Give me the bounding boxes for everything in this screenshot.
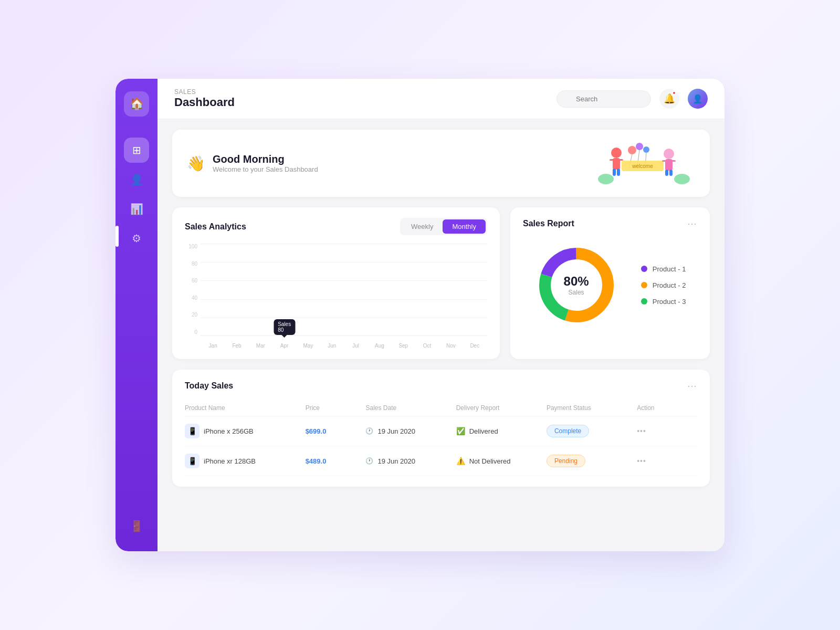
legend-dot-product-3 <box>641 298 647 304</box>
home-icon: 🏠 <box>130 97 144 111</box>
svg-rect-18 <box>665 170 668 176</box>
sales-analytics-title: Sales Analytics <box>185 222 246 232</box>
x-label-may: May <box>298 343 318 349</box>
dashboard-area: 👋 Good Morning Welcome to your Sales Das… <box>158 119 724 551</box>
notifications-button[interactable]: 🔔 <box>659 89 679 109</box>
legend-product-2: Product - 2 <box>641 281 686 289</box>
sales-report-more[interactable]: ⋯ <box>687 218 697 229</box>
row-action-more-1[interactable]: ••• <box>637 457 646 465</box>
charts-row: Sales Analytics Weekly Monthly 100 80 60… <box>172 207 710 359</box>
users-icon: 👤 <box>130 173 143 186</box>
status-badge-complete: Complete <box>547 425 589 437</box>
search-input[interactable] <box>556 90 651 108</box>
x-label-oct: Oct <box>417 343 437 349</box>
product-icon-0: 📱 <box>185 424 200 438</box>
svg-point-0 <box>611 148 622 158</box>
svg-rect-2 <box>610 159 615 161</box>
user-avatar[interactable]: 👤 <box>688 89 708 109</box>
wave-emoji: 👋 <box>187 155 205 172</box>
sidebar-active-indicator <box>116 226 119 247</box>
date-text-0: 19 Jun 2020 <box>377 427 415 435</box>
x-label-aug: Aug <box>369 343 390 349</box>
search-wrapper: 🔍 <box>556 90 651 108</box>
sales-analytics-header: Sales Analytics Weekly Monthly <box>185 218 487 235</box>
col-price: Price <box>306 404 366 412</box>
chart-grid-area: Sales80 <box>201 244 487 336</box>
header: Sales Dashboard 🔍 🔔 👤 <box>158 79 724 119</box>
clock-icon-1: 🕐 <box>365 457 373 465</box>
delivery-text-0: Delivered <box>469 427 498 435</box>
sidebar-item-logout[interactable]: 🚪 <box>124 513 149 539</box>
cell-date-1: 🕐 19 Jun 2020 <box>365 457 456 465</box>
dashboard-icon: ⊞ <box>132 144 141 156</box>
header-right: 🔍 🔔 👤 <box>556 89 708 109</box>
legend-dot-product-1 <box>641 266 647 272</box>
y-label-40: 40 <box>185 295 200 301</box>
main-content: Sales Dashboard 🔍 🔔 👤 <box>158 79 724 551</box>
cell-product-name-0: 📱 iPhone x 256GB <box>185 424 306 438</box>
x-label-mar: Mar <box>250 343 271 349</box>
analytics-icon: 📊 <box>130 203 143 215</box>
col-payment: Payment Status <box>547 404 637 412</box>
not-delivered-icon-1: ⚠️ <box>456 457 465 465</box>
header-subtitle: Sales <box>174 88 235 96</box>
sales-report-header: Sales Report ⋯ <box>523 218 697 229</box>
welcome-title: Good Morning <box>213 153 318 165</box>
product-name-0: iPhone x 256GB <box>204 427 254 435</box>
row-action-more-0[interactable]: ••• <box>637 427 646 435</box>
svg-point-8 <box>643 146 649 153</box>
x-axis-labels: Jan Feb Mar Apr May Jun Jul Aug Sep Oct … <box>201 343 487 349</box>
table-header-row: Product Name Price Sales Date Delivery R… <box>185 400 697 416</box>
logout-icon: 🚪 <box>130 520 143 532</box>
status-badge-pending: Pending <box>547 455 585 467</box>
svg-rect-5 <box>617 169 620 176</box>
bars-container: Sales80 <box>201 244 487 336</box>
cell-product-name-1: 📱 iPhone xr 128GB <box>185 454 306 468</box>
product-name-1: iPhone xr 128GB <box>204 457 256 465</box>
cell-delivery-0: ✅ Delivered <box>456 427 547 435</box>
today-sales-title: Today Sales <box>185 381 233 391</box>
bar-tooltip: Sales80 <box>274 319 295 335</box>
today-sales-more[interactable]: ⋯ <box>687 380 697 392</box>
x-label-feb: Feb <box>226 343 247 349</box>
svg-text:welcome: welcome <box>632 163 653 169</box>
chart-legend: Product - 1 Product - 2 Product - 3 <box>641 265 686 306</box>
cell-price-1: $489.0 <box>306 457 366 465</box>
welcome-text-area: Good Morning Welcome to your Sales Dashb… <box>213 153 318 173</box>
cell-action-1: ••• <box>637 457 697 465</box>
x-label-jul: Jul <box>345 343 366 349</box>
sidebar-item-settings[interactable]: ⚙ <box>124 226 149 251</box>
svg-point-14 <box>664 149 674 159</box>
col-delivery: Delivery Report <box>456 404 547 412</box>
sidebar-logo[interactable]: 🏠 <box>124 91 149 117</box>
product-icon-1: 📱 <box>185 454 200 468</box>
cell-payment-0: Complete <box>547 425 637 437</box>
today-sales-card: Today Sales ⋯ Product Name Price Sales D… <box>172 370 710 487</box>
col-product-name: Product Name <box>185 404 306 412</box>
sidebar-item-analytics[interactable]: 📊 <box>124 196 149 222</box>
welcome-left: 👋 Good Morning Welcome to your Sales Das… <box>187 153 318 173</box>
tab-monthly[interactable]: Monthly <box>443 219 486 234</box>
y-label-60: 60 <box>185 278 200 284</box>
page-title: Dashboard <box>174 96 235 109</box>
welcome-illustration: welcome <box>590 142 695 184</box>
svg-point-20 <box>598 174 614 184</box>
svg-rect-17 <box>670 160 676 162</box>
table-row: 📱 iPhone xr 128GB $489.0 🕐 19 Jun 2020 ⚠… <box>185 446 697 476</box>
delivered-icon-0: ✅ <box>456 427 465 435</box>
sidebar-item-dashboard[interactable]: ⊞ <box>124 138 149 163</box>
cell-delivery-1: ⚠️ Not Delivered <box>456 457 547 465</box>
legend-product-3: Product - 3 <box>641 298 686 306</box>
sales-analytics-card: Sales Analytics Weekly Monthly 100 80 60… <box>172 207 500 359</box>
cell-price-0: $699.0 <box>306 427 366 435</box>
tab-weekly[interactable]: Weekly <box>402 219 443 234</box>
cell-date-0: 🕐 19 Jun 2020 <box>365 427 456 435</box>
svg-rect-3 <box>618 159 623 161</box>
settings-icon: ⚙ <box>132 232 141 245</box>
col-date: Sales Date <box>365 404 456 412</box>
svg-rect-16 <box>662 160 667 162</box>
bar-chart-area: 100 80 60 40 20 0 <box>185 244 487 349</box>
y-label-100: 100 <box>185 244 200 249</box>
sidebar-nav: ⊞ 👤 📊 ⚙ <box>124 138 149 513</box>
sidebar-item-users[interactable]: 👤 <box>124 167 149 192</box>
